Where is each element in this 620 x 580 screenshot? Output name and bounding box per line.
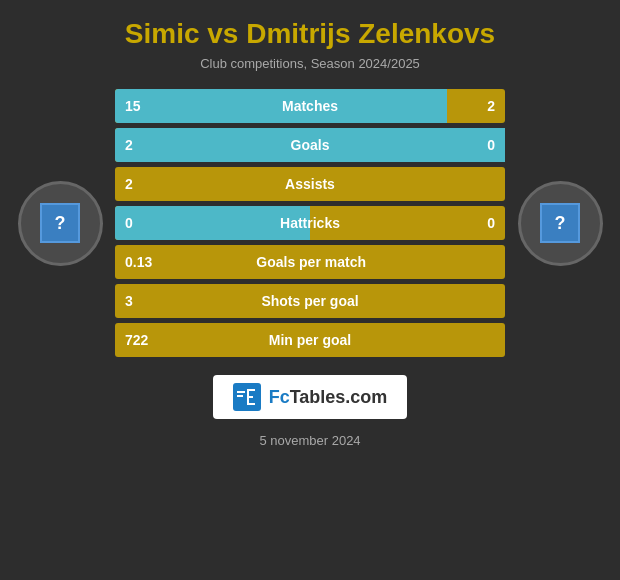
stat-row: 15Matches2 — [115, 89, 505, 123]
stat-row-inner: 15Matches2 — [115, 89, 505, 123]
stat-row-inner: 722Min per goal — [115, 323, 505, 357]
stat-label: Hattricks — [160, 215, 460, 231]
stat-left-value: 2 — [115, 137, 160, 153]
right-player-avatar: ? — [510, 181, 610, 266]
stats-container: 15Matches22Goals02Assists0Hattricks00.13… — [110, 89, 510, 357]
logo-area: FcTables.com — [213, 375, 408, 419]
stat-left-value: 2 — [115, 176, 160, 192]
stat-label: Shots per goal — [160, 293, 460, 309]
stat-row: 2Assists — [115, 167, 505, 201]
content-area: ? 15Matches22Goals02Assists0Hattricks00.… — [0, 79, 620, 357]
stat-label: Goals — [160, 137, 460, 153]
svg-rect-4 — [247, 389, 255, 391]
stat-right-value: 0 — [460, 215, 505, 231]
stat-row: 0.13Goals per match — [115, 245, 505, 279]
stat-row-inner: 0.13Goals per match — [115, 245, 505, 279]
stat-row: 722Min per goal — [115, 323, 505, 357]
stat-label: Matches — [160, 98, 460, 114]
stat-row: 2Goals0 — [115, 128, 505, 162]
stat-row-inner: 0Hattricks0 — [115, 206, 505, 240]
header: Simic vs Dmitrijs Zelenkovs Club competi… — [0, 0, 620, 79]
logo-text: FcTables.com — [269, 387, 388, 408]
stat-left-value: 15 — [115, 98, 160, 114]
right-avatar-placeholder: ? — [540, 203, 580, 243]
stat-right-value: 2 — [460, 98, 505, 114]
svg-rect-5 — [247, 403, 255, 405]
right-avatar-circle: ? — [518, 181, 603, 266]
stat-row: 0Hattricks0 — [115, 206, 505, 240]
stat-left-value: 0.13 — [115, 254, 162, 270]
subtitle: Club competitions, Season 2024/2025 — [20, 56, 600, 71]
stat-left-value: 3 — [115, 293, 160, 309]
svg-rect-1 — [237, 391, 245, 393]
left-avatar-placeholder: ? — [40, 203, 80, 243]
stat-row-inner: 2Assists — [115, 167, 505, 201]
stat-row-inner: 2Goals0 — [115, 128, 505, 162]
stat-left-value: 0 — [115, 215, 160, 231]
stat-row-inner: 3Shots per goal — [115, 284, 505, 318]
stat-label: Assists — [160, 176, 460, 192]
stat-left-value: 722 — [115, 332, 160, 348]
stat-label: Goals per match — [162, 254, 460, 270]
stat-row: 3Shots per goal — [115, 284, 505, 318]
fctables-icon — [233, 383, 261, 411]
svg-rect-2 — [237, 395, 243, 397]
left-player-avatar: ? — [10, 181, 110, 266]
footer-date: 5 november 2024 — [259, 433, 360, 448]
stat-right-value: 0 — [460, 137, 505, 153]
page-title: Simic vs Dmitrijs Zelenkovs — [20, 18, 600, 50]
left-avatar-circle: ? — [18, 181, 103, 266]
stat-label: Min per goal — [160, 332, 460, 348]
svg-rect-6 — [247, 396, 253, 398]
